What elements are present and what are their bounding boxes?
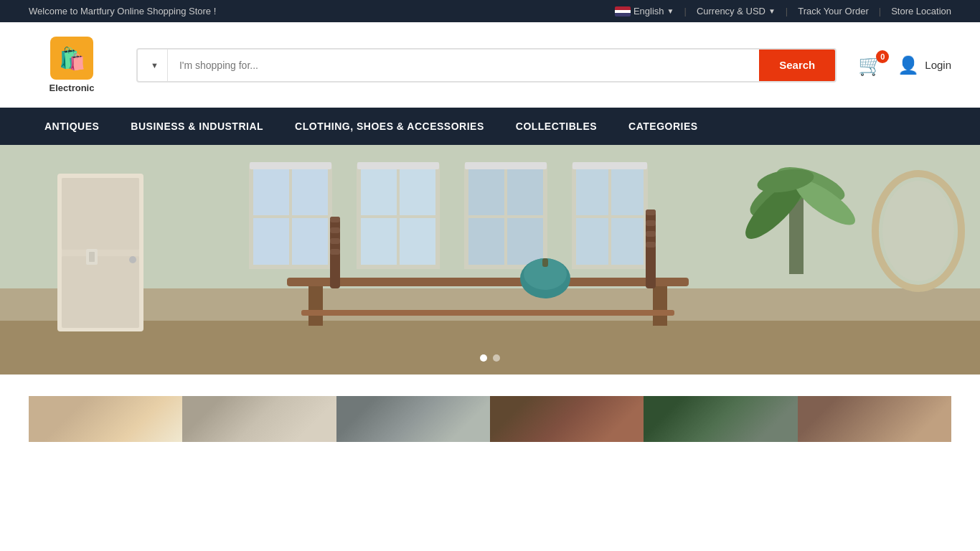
svg-rect-2 — [0, 288, 980, 321]
welcome-text: Welcome to Martfury Online Shopping Stor… — [29, 6, 216, 17]
logo-text: Electronic — [50, 83, 95, 93]
svg-rect-15 — [357, 162, 439, 169]
logo-area[interactable]: Electronic — [29, 37, 115, 93]
svg-rect-41 — [330, 249, 340, 255]
svg-rect-45 — [646, 231, 656, 237]
svg-rect-43 — [646, 209, 656, 215]
svg-rect-36 — [542, 258, 548, 267]
svg-rect-39 — [330, 227, 340, 233]
currency-selector[interactable]: Currency & USD ▼ — [697, 6, 776, 17]
svg-rect-48 — [89, 252, 95, 262]
lang-label: English — [633, 6, 664, 17]
products-section — [0, 375, 980, 449]
slider-dot-1[interactable] — [480, 354, 487, 362]
svg-rect-30 — [287, 278, 689, 286]
search-input[interactable] — [168, 50, 759, 81]
svg-rect-19 — [465, 162, 547, 169]
currency-chevron-icon: ▼ — [768, 7, 776, 15]
logo-icon — [50, 37, 93, 80]
svg-point-7 — [129, 256, 136, 263]
nav-item-antiques[interactable]: ANTIQUES — [29, 108, 115, 145]
hero-scene — [0, 145, 980, 375]
svg-rect-38 — [330, 217, 340, 222]
slider-dots — [480, 354, 500, 362]
nav-item-collectibles[interactable]: COLLECTIBLES — [500, 108, 613, 145]
header: Electronic ▼ Search 🛒 0 👤 Login — [0, 22, 980, 108]
nav-item-clothing[interactable]: CLOTHING, SHOES & ACCESSORIES — [279, 108, 500, 145]
svg-rect-33 — [301, 310, 674, 316]
svg-rect-46 — [646, 242, 656, 248]
svg-rect-44 — [646, 220, 656, 226]
svg-rect-32 — [653, 286, 667, 326]
svg-rect-11 — [250, 162, 331, 169]
flag-icon — [615, 6, 631, 17]
svg-rect-23 — [573, 162, 647, 169]
hero-image — [0, 145, 980, 375]
track-order-link[interactable]: Track Your Order — [798, 6, 869, 17]
svg-rect-5 — [62, 178, 139, 250]
product-thumb-1[interactable] — [29, 396, 182, 442]
cart-badge: 0 — [876, 50, 889, 63]
product-thumb-6[interactable] — [798, 396, 951, 442]
separator-1: | — [684, 6, 686, 17]
separator-3: | — [879, 6, 881, 17]
product-thumb-3[interactable] — [336, 396, 490, 442]
top-bar: Welcome to Martfury Online Shopping Stor… — [0, 0, 980, 22]
hero-slider — [0, 145, 980, 375]
svg-rect-1 — [0, 317, 980, 375]
product-thumb-4[interactable] — [490, 396, 644, 442]
separator-2: | — [786, 6, 788, 17]
login-label: Login — [925, 59, 951, 71]
top-bar-right: English ▼ | Currency & USD ▼ | Track You… — [615, 6, 951, 17]
login-button[interactable]: 👤 Login — [897, 55, 951, 75]
svg-rect-31 — [308, 286, 323, 326]
cart-button[interactable]: 🛒 0 — [858, 53, 883, 77]
currency-label: Currency & USD — [697, 6, 765, 17]
language-selector[interactable]: English ▼ — [615, 6, 674, 17]
lang-chevron-icon: ▼ — [667, 7, 674, 15]
svg-rect-40 — [330, 238, 340, 244]
user-icon: 👤 — [897, 55, 919, 75]
category-chevron-icon: ▼ — [151, 61, 159, 70]
svg-point-50 — [882, 181, 954, 281]
search-category-dropdown[interactable]: ▼ — [138, 50, 168, 81]
product-thumb-2[interactable] — [182, 396, 336, 442]
slider-dot-2[interactable] — [493, 354, 500, 362]
search-bar: ▼ Search — [136, 48, 837, 83]
product-thumb-5[interactable] — [644, 396, 797, 442]
header-right: 🛒 0 👤 Login — [858, 53, 951, 77]
navigation-bar: ANTIQUES BUSINESS & INDUSTRIAL CLOTHING,… — [0, 108, 980, 145]
products-row — [29, 396, 951, 442]
nav-item-categories[interactable]: CATEGORIES — [613, 108, 714, 145]
store-location-link[interactable]: Store Location — [891, 6, 951, 17]
nav-item-business[interactable]: BUSINESS & INDUSTRIAL — [115, 108, 279, 145]
search-button[interactable]: Search — [759, 50, 835, 81]
svg-rect-6 — [62, 256, 139, 328]
